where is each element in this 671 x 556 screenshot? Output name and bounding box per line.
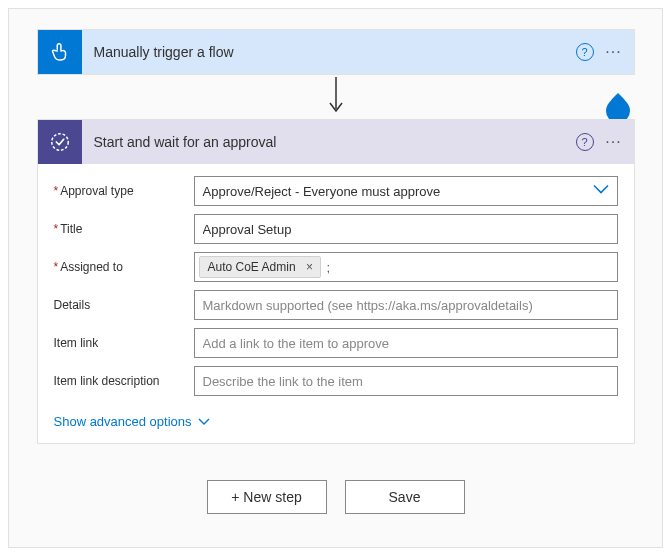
more-menu-icon[interactable]: ··· (602, 43, 626, 61)
title-input[interactable] (194, 214, 618, 244)
field-approval-type: Approval type Approve/Reject - Everyone … (54, 176, 618, 206)
details-input[interactable] (194, 290, 618, 320)
save-button[interactable]: Save (345, 480, 465, 514)
help-icon[interactable]: ? (576, 133, 594, 151)
approval-title: Start and wait for an approval (82, 134, 576, 150)
field-label: Assigned to (54, 260, 194, 274)
field-label: Item link description (54, 374, 194, 388)
item-link-input[interactable] (194, 328, 618, 358)
more-menu-icon[interactable]: ··· (602, 133, 626, 151)
drop-indicator-icon (604, 91, 632, 119)
chevron-down-icon (198, 414, 210, 429)
chip-label: Auto CoE Admin (208, 260, 296, 274)
approval-card-header[interactable]: Start and wait for an approval ? ··· (38, 120, 634, 164)
approval-type-select[interactable]: Approve/Reject - Everyone must approve (194, 176, 618, 206)
trigger-title: Manually trigger a flow (82, 44, 576, 60)
new-step-button[interactable]: + New step (207, 480, 327, 514)
advanced-label: Show advanced options (54, 414, 192, 429)
approval-card-body: Approval type Approve/Reject - Everyone … (38, 164, 634, 443)
remove-chip-icon[interactable]: × (302, 260, 318, 274)
user-chip: Auto CoE Admin × (199, 256, 321, 278)
approval-check-icon (38, 120, 82, 164)
field-assigned-to: Assigned to Auto CoE Admin × ; (54, 252, 618, 282)
touch-icon (38, 30, 82, 74)
field-details: Details (54, 290, 618, 320)
approval-type-value: Approve/Reject - Everyone must approve (203, 184, 441, 199)
field-title: Title (54, 214, 618, 244)
help-icon[interactable]: ? (576, 43, 594, 61)
assigned-to-input[interactable]: Auto CoE Admin × ; (194, 252, 618, 282)
trigger-card-header[interactable]: Manually trigger a flow ? ··· (38, 30, 634, 74)
field-label: Details (54, 298, 194, 312)
field-item-link: Item link (54, 328, 618, 358)
trigger-card: Manually trigger a flow ? ··· (37, 29, 635, 75)
approval-action-card: Start and wait for an approval ? ··· App… (37, 119, 635, 444)
field-label: Item link (54, 336, 194, 350)
field-item-link-description: Item link description (54, 366, 618, 396)
field-label: Approval type (54, 184, 194, 198)
chip-separator: ; (325, 260, 331, 275)
svg-point-1 (51, 134, 68, 151)
field-label: Title (54, 222, 194, 236)
flow-designer-canvas: Manually trigger a flow ? ··· Start and … (8, 8, 663, 548)
show-advanced-options-link[interactable]: Show advanced options (54, 414, 210, 429)
item-link-description-input[interactable] (194, 366, 618, 396)
footer-actions: + New step Save (33, 480, 638, 514)
connector-arrow (33, 75, 638, 119)
